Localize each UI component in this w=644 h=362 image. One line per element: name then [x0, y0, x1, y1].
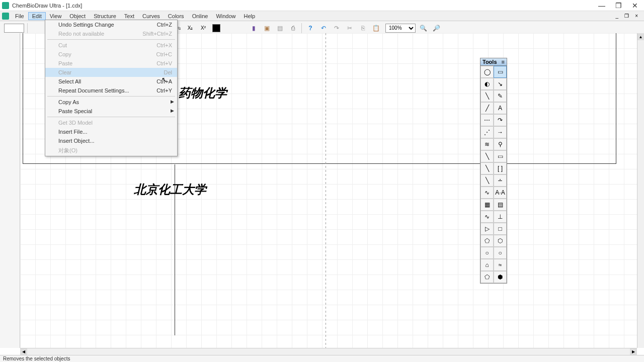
- menu-view[interactable]: View: [46, 12, 66, 20]
- tools-titlebar[interactable]: Tools ≡: [480, 58, 507, 66]
- close-button[interactable]: ✕: [632, 2, 638, 10]
- paste-icon[interactable]: 📋: [370, 23, 381, 34]
- scroll-up-button[interactable]: ▲: [637, 33, 644, 40]
- tools-menu-icon[interactable]: ≡: [502, 59, 505, 65]
- zoom-in-icon[interactable]: 🔍: [418, 23, 429, 34]
- tool-8[interactable]: ⋯: [480, 114, 494, 126]
- minimize-button[interactable]: —: [598, 2, 605, 10]
- menu-window[interactable]: Window: [212, 12, 239, 20]
- tool-18[interactable]: ╲: [480, 174, 494, 187]
- tool-10[interactable]: ⋰: [480, 126, 494, 138]
- undo-icon[interactable]: ↶: [318, 23, 329, 34]
- vertical-scrollbar[interactable]: ▲: [637, 33, 644, 348]
- mdi-maximize[interactable]: ❐: [622, 13, 631, 19]
- menu-item-paste-special[interactable]: Paste Special▶: [45, 107, 177, 116]
- tool-35[interactable]: ⬢: [494, 271, 507, 283]
- tool-12[interactable]: ≋: [480, 138, 494, 150]
- subscript-button[interactable]: X₂: [185, 23, 196, 34]
- scroll-right-button[interactable]: ▶: [630, 348, 637, 355]
- tool-23[interactable]: ▤: [494, 199, 507, 211]
- app-icon: [2, 2, 9, 9]
- tool-25[interactable]: ⊥: [494, 211, 507, 223]
- zoom-selector[interactable]: 100%: [385, 24, 416, 33]
- mdi-minimize[interactable]: _: [614, 13, 621, 19]
- tool-gray-icon[interactable]: ▤: [274, 23, 285, 34]
- menu-item-copy: CopyCtrl+C: [45, 50, 177, 59]
- tools-title-label: Tools: [482, 59, 497, 65]
- left-ruler: [0, 33, 20, 348]
- mdi-icon[interactable]: [2, 13, 9, 20]
- text-object-2[interactable]: 北京化工大学: [134, 182, 206, 198]
- menu-item-insert-file[interactable]: Insert File...: [45, 127, 177, 136]
- tool-24[interactable]: ∿: [480, 211, 494, 223]
- center-guide: [326, 33, 326, 348]
- tool-3[interactable]: ↘: [494, 78, 507, 90]
- tool-32[interactable]: ⌂: [480, 259, 494, 271]
- tool-27[interactable]: □: [494, 223, 507, 235]
- tool-30[interactable]: ○: [480, 247, 494, 259]
- cut-icon[interactable]: ✂: [344, 23, 355, 34]
- menu-item-copy-as[interactable]: Copy As▶: [45, 98, 177, 107]
- tool-1[interactable]: ▭: [494, 66, 507, 78]
- tool-20[interactable]: ∿: [480, 187, 494, 199]
- menu-colors[interactable]: Colors: [164, 12, 188, 20]
- menu-item-select-all[interactable]: Select AllCtrl+A: [45, 77, 177, 86]
- tool-17[interactable]: [ ]: [494, 162, 507, 174]
- mdi-controls: _ ❐ ×: [614, 13, 642, 19]
- tool-15[interactable]: ▭: [494, 150, 507, 162]
- tool-11[interactable]: →: [494, 126, 507, 138]
- tool-29[interactable]: ⬡: [494, 235, 507, 247]
- tool-2[interactable]: ◐: [480, 78, 494, 90]
- tool-16[interactable]: ╲: [480, 162, 494, 174]
- superscript-button[interactable]: X²: [198, 23, 209, 34]
- menu-curves[interactable]: Curves: [138, 12, 164, 20]
- tool-7[interactable]: A: [494, 102, 507, 114]
- menu-help[interactable]: Help: [240, 12, 260, 20]
- status-text: Removes the selected objects: [3, 356, 70, 361]
- mdi-close[interactable]: ×: [633, 13, 640, 19]
- tool-6[interactable]: ╱: [480, 102, 494, 114]
- tool-5[interactable]: ✎: [494, 90, 507, 102]
- scroll-left-button[interactable]: ◀: [20, 348, 27, 355]
- tool-0[interactable]: ◯: [480, 66, 494, 78]
- menu-item-repeat-document-settings[interactable]: Repeat Document Settings...Ctrl+Y: [45, 86, 177, 95]
- menu-structure[interactable]: Structure: [90, 12, 120, 20]
- tool-4[interactable]: ╲: [480, 90, 494, 102]
- color-swatch[interactable]: [211, 23, 222, 34]
- font-selector[interactable]: [4, 24, 24, 33]
- tool-28[interactable]: ⬠: [480, 235, 494, 247]
- tool-34[interactable]: ⬠: [480, 271, 494, 283]
- menu-item-o: 对象(O): [45, 145, 177, 156]
- tool-33[interactable]: ≈: [494, 259, 507, 271]
- tool-box-icon[interactable]: ▣: [261, 23, 272, 34]
- text-object-1[interactable]: 药物化学: [179, 85, 227, 101]
- redo-icon[interactable]: ↷: [331, 23, 342, 34]
- copy-icon[interactable]: ⎘: [357, 23, 368, 34]
- tool-26[interactable]: ▷: [480, 223, 494, 235]
- menu-online[interactable]: Online: [188, 12, 212, 20]
- menu-file[interactable]: File: [11, 12, 28, 20]
- tool-14[interactable]: ╲: [480, 150, 494, 162]
- maximize-button[interactable]: ❐: [615, 2, 622, 10]
- menu-item-undo-settings-change[interactable]: Undo Settings ChangeCtrl+Z: [45, 20, 177, 29]
- menu-item-cut: CutCtrl+X: [45, 41, 177, 50]
- menu-item-insert-object[interactable]: Insert Object...: [45, 136, 177, 145]
- tools-palette[interactable]: Tools ≡ ◯▭◐↘╲✎╱A⋯↷⋰→≋⚲╲▭╲[ ]╲∸∿A·A▦▤∿⊥▷□…: [480, 58, 507, 284]
- scroll-track[interactable]: [27, 348, 630, 355]
- tool-9[interactable]: ↷: [494, 114, 507, 126]
- menu-item-redo-not-available: Redo not availableShift+Ctrl+Z: [45, 29, 177, 38]
- window-controls: — ❐ ✕: [598, 2, 642, 10]
- tool-purple-icon[interactable]: ▮: [248, 23, 259, 34]
- tool-21[interactable]: A·A: [494, 187, 507, 199]
- tool-22[interactable]: ▦: [480, 199, 494, 211]
- menu-edit[interactable]: Edit: [28, 12, 46, 20]
- print-icon[interactable]: ⎙: [287, 23, 298, 34]
- menu-text[interactable]: Text: [120, 12, 138, 20]
- tool-19[interactable]: ∸: [494, 174, 507, 187]
- help-icon[interactable]: ?: [305, 23, 316, 34]
- menu-object[interactable]: Object: [65, 12, 90, 20]
- tool-13[interactable]: ⚲: [494, 138, 507, 150]
- horizontal-scrollbar[interactable]: ◀ ▶: [20, 348, 637, 355]
- zoom-out-icon[interactable]: 🔎: [431, 23, 442, 34]
- tool-31[interactable]: ○: [494, 247, 507, 259]
